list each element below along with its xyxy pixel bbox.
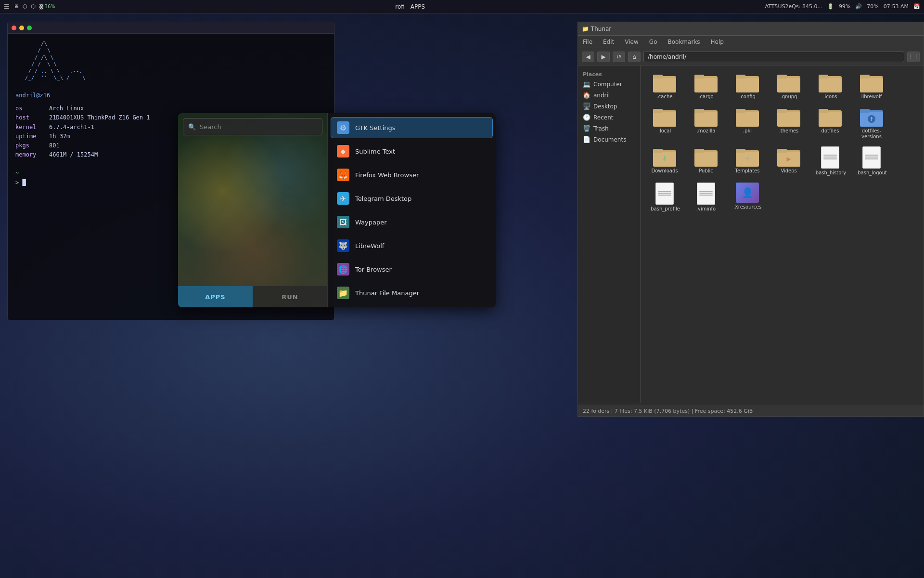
file-label-downloads: Downloads [652, 168, 678, 174]
home-icon: 🏠 [583, 92, 590, 99]
svg-rect-44 [694, 149, 704, 153]
cpu-indicator: ▓ 36% [39, 4, 55, 9]
svg-rect-1 [653, 78, 676, 92]
app-label-librewolf: LibreWolf [355, 242, 384, 250]
minimize-button[interactable] [19, 26, 24, 30]
file-item-dotfiles-versions[interactable]: ↑ dotfiles-versions [852, 105, 891, 142]
file-item-bash-history[interactable]: .bash_history [811, 144, 849, 178]
back-button[interactable]: ◀ [582, 52, 594, 62]
fm-toolbar: ◀ ▶ ↺ ⌂ /home/andril/ ⋮⋮ [578, 48, 924, 66]
app-item-waypaper[interactable]: 🖼 Waypaper [331, 211, 493, 233]
file-item-config[interactable]: .config [728, 70, 767, 102]
file-label-dotfiles-versions: dotfiles-versions [854, 128, 889, 140]
app-item-gtk-settings[interactable]: ⚙ GTK Settings [331, 117, 493, 138]
sidebar-item-trash[interactable]: 🗑️ Trash [578, 123, 640, 134]
file-item-cache[interactable]: .cache [645, 70, 684, 102]
folder-icon-themes [777, 106, 800, 127]
home-button[interactable]: ⌂ [628, 52, 641, 62]
rofi-search-bar[interactable]: 🔍 Search [183, 118, 322, 135]
app-label-gtk-settings: GTK Settings [355, 124, 396, 131]
file-item-xresources[interactable]: 👤 .Xresources [728, 181, 767, 214]
taskbar-icon2: ⬡ [23, 3, 27, 10]
file-item-mozilla[interactable]: .mozilla [687, 105, 725, 142]
battery-icon: 🔋 [827, 3, 834, 10]
svg-text:⬇: ⬇ [662, 155, 667, 162]
text-icon-bash-history [821, 146, 839, 169]
fm-sidebar: Places 💻 Computer 🏠 andril 🖥️ Desktop 🕐 … [578, 66, 641, 403]
taskbar: ☰ 🖥 ⬡ ⬡ ▓ 36% rofi - APPS ATT5US2eQs: 84… [0, 0, 924, 13]
sidebar-item-home[interactable]: 🏠 andril [578, 90, 640, 101]
app-item-thunar[interactable]: 📁 Thunar File Manager [331, 282, 493, 303]
file-item-bash-logout[interactable]: .bash_logout [852, 144, 891, 178]
app-item-tor-browser[interactable]: 🌐 Tor Browser [331, 259, 493, 280]
file-item-downloads[interactable]: ⬇ Downloads [645, 144, 684, 178]
menu-file[interactable]: File [581, 38, 594, 46]
svg-rect-40 [653, 149, 663, 153]
file-item-pki[interactable]: .pki [728, 105, 767, 142]
file-item-viminfo[interactable]: .viminfo [687, 181, 725, 214]
documents-icon: 📄 [583, 136, 590, 143]
svg-text:+: + [744, 155, 750, 162]
menu-view[interactable]: View [623, 38, 640, 46]
folder-icon-cache [653, 72, 676, 92]
file-label-pki: .pki [743, 128, 752, 134]
sidebar-item-desktop[interactable]: 🖥️ Desktop [578, 101, 640, 112]
svg-rect-23 [694, 109, 704, 113]
refresh-button[interactable]: ↺ [613, 52, 625, 62]
file-item-icons[interactable]: .icons [811, 70, 849, 102]
file-label-viminfo: .viminfo [696, 206, 716, 212]
fm-status-text: 22 folders | 7 files: 7.5 KiB (7,706 byt… [583, 408, 753, 414]
tab-apps[interactable]: APPS [178, 286, 253, 307]
desktop-icon: 🖥️ [583, 103, 590, 110]
file-label-xresources: .Xresources [733, 204, 762, 210]
folder-icon-cargo [694, 72, 718, 92]
menu-edit[interactable]: Edit [601, 38, 616, 46]
file-item-local[interactable]: .local [645, 105, 684, 142]
svg-rect-5 [694, 75, 704, 79]
file-item-gnupg[interactable]: .gnupg [770, 70, 808, 102]
file-label-cache: .cache [657, 94, 673, 100]
trash-icon: 🗑️ [583, 125, 590, 132]
folder-icon-librewolf [860, 72, 883, 92]
app-item-sublime-text[interactable]: ◆ Sublime Text [331, 141, 493, 162]
file-item-themes[interactable]: .themes [770, 105, 808, 142]
folder-icon-public [694, 146, 718, 167]
menu-help[interactable]: Help [709, 38, 726, 46]
app-item-firefox[interactable]: 🦊 Firefox Web Browser [331, 164, 493, 185]
view-toggle-button[interactable]: ⋮⋮ [907, 52, 920, 62]
sidebar-item-documents[interactable]: 📄 Documents [578, 134, 640, 145]
file-label-templates: Templates [735, 168, 760, 174]
svg-rect-13 [819, 78, 842, 92]
file-item-dotfiles[interactable]: dotfiles [811, 105, 849, 142]
folder-icon-config [736, 72, 759, 92]
rofi-background [178, 113, 327, 307]
file-item-videos[interactable]: ▶ Videos [770, 144, 808, 178]
librewolf-icon: 🐺 [337, 239, 349, 252]
menu-bookmarks[interactable]: Bookmarks [666, 38, 702, 46]
menu-go[interactable]: Go [647, 38, 659, 46]
file-item-templates[interactable]: + Templates [728, 144, 767, 178]
file-item-public[interactable]: Public [687, 144, 725, 178]
close-button[interactable] [12, 26, 16, 30]
taskbar-left: ☰ 🖥 ⬡ ⬡ ▓ 36% [4, 3, 55, 10]
maximize-button[interactable] [27, 26, 32, 30]
sublime-text-icon: ◆ [337, 145, 349, 158]
forward-button[interactable]: ▶ [597, 52, 610, 62]
sidebar-item-recent[interactable]: 🕐 Recent [578, 112, 640, 123]
svg-rect-2 [653, 75, 663, 79]
file-item-bash-profile[interactable]: .bash_profile [645, 181, 684, 214]
app-item-telegram[interactable]: ✈ Telegram Desktop [331, 188, 493, 209]
svg-rect-28 [777, 112, 800, 127]
file-item-librewolf[interactable]: librewolf [852, 70, 891, 102]
computer-icon: 💻 [583, 80, 590, 88]
img-icon-xresources: 👤 [736, 183, 759, 203]
sidebar-item-computer[interactable]: 💻 Computer [578, 79, 640, 90]
file-label-local: .local [658, 128, 671, 134]
file-item-cargo[interactable]: .cargo [687, 70, 725, 102]
tab-run[interactable]: RUN [253, 286, 327, 307]
app-item-librewolf[interactable]: 🐺 LibreWolf [331, 235, 493, 256]
thunar-icon: 📁 [337, 287, 349, 299]
path-bar[interactable]: /home/andril/ [643, 52, 904, 62]
svg-rect-35 [860, 109, 870, 113]
rofi-tabs: APPS RUN [178, 286, 327, 307]
